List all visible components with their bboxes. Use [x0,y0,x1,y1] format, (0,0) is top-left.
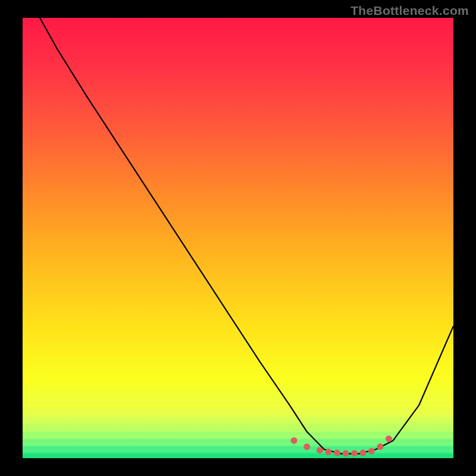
highlight-dot [351,450,358,456]
highlight-dot [317,447,323,453]
highlight-dot [377,443,383,450]
highlight-dot [334,450,340,456]
highlight-dot [325,449,332,455]
highlight-dot [360,450,367,456]
highlight-dot [386,436,392,442]
highlight-dot [291,437,298,444]
highlight-dot [368,448,375,455]
chart-container: TheBottleneck.com [0,0,476,476]
highlight-dot [343,450,349,456]
highlight-dot [303,443,310,450]
watermark-text: TheBottleneck.com [350,4,469,18]
plot-area [23,18,453,458]
curve-path [40,18,453,454]
bottleneck-curve [23,18,453,458]
